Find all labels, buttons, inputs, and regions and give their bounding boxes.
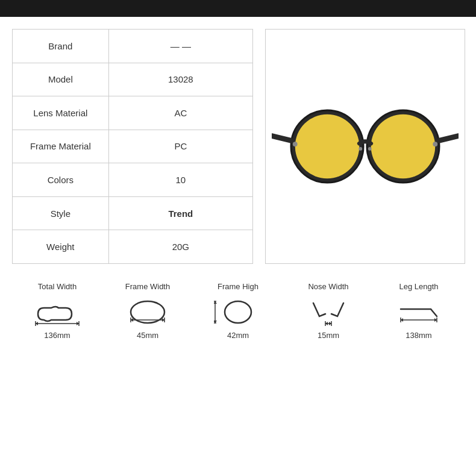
leg-length-icon — [395, 297, 443, 327]
table-label-cell: Style — [13, 196, 109, 230]
svg-line-5 — [439, 136, 459, 141]
table-value-cell: Trend — [108, 196, 252, 230]
table-label-cell: Frame Material — [13, 130, 109, 163]
table-value-cell: — — — [108, 30, 252, 63]
dimension-value: 42mm — [227, 331, 249, 340]
table-value-cell: AC — [108, 96, 252, 130]
product-info-table: Brand— —Model13028Lens MaterialACFrame M… — [12, 29, 253, 264]
table-label-cell: Lens Material — [13, 96, 109, 130]
dimensions-section: Total Width 136mmFrame Width 45mmFrame H… — [0, 270, 476, 346]
dimension-value: 136mm — [44, 331, 70, 340]
table-label-cell: Colors — [13, 163, 109, 197]
svg-point-1 — [295, 114, 360, 179]
table-value-cell: PC — [108, 130, 252, 163]
table-value-cell: 20G — [108, 230, 252, 264]
dimension-label: Frame High — [218, 282, 258, 291]
product-image-box — [265, 29, 465, 264]
dimension-label: Nose Width — [308, 282, 348, 291]
dimension-item: Total Width 136mm — [18, 282, 96, 340]
total-width-icon — [33, 297, 81, 327]
dimension-item: Nose Width 15mm — [289, 282, 368, 340]
svg-point-8 — [293, 142, 298, 146]
svg-point-3 — [371, 114, 436, 179]
dimension-value: 45mm — [137, 331, 158, 340]
frame-high-icon — [214, 297, 262, 327]
table-value-cell: 10 — [108, 163, 252, 197]
dimension-item: Frame Width 45mm — [108, 282, 187, 340]
nose-width-icon — [304, 297, 352, 327]
table-label-cell: Model — [13, 63, 109, 96]
page-header — [0, 0, 476, 17]
dimension-label: Total Width — [38, 282, 77, 291]
svg-point-6 — [359, 147, 362, 151]
svg-point-9 — [433, 142, 437, 146]
svg-point-7 — [368, 147, 372, 151]
dimension-label: Frame Width — [125, 282, 170, 291]
dimension-value: 15mm — [318, 331, 339, 340]
table-label-cell: Weight — [13, 230, 109, 264]
dimension-label: Leg Length — [399, 282, 438, 291]
main-content: Brand— —Model13028Lens MaterialACFrame M… — [0, 17, 476, 270]
svg-line-4 — [272, 136, 291, 141]
dimension-item: Frame High 42mm — [199, 282, 277, 340]
svg-point-22 — [225, 301, 251, 323]
dimension-value: 138mm — [406, 331, 431, 340]
frame-width-icon — [124, 297, 172, 327]
table-value-cell: 13028 — [108, 63, 252, 96]
sunglasses-image — [272, 86, 459, 207]
dimension-item: Leg Length 138mm — [380, 282, 458, 340]
table-label-cell: Brand — [13, 30, 109, 63]
